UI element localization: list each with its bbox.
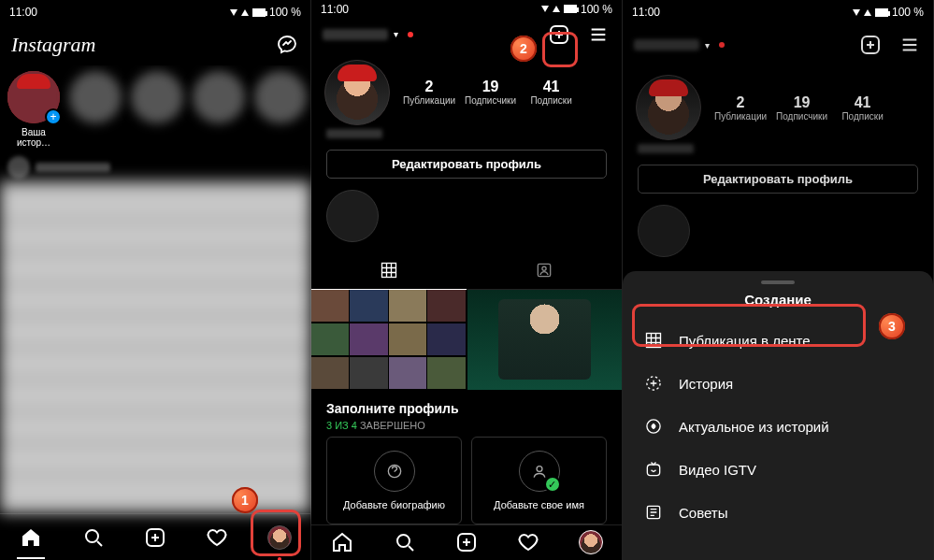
stat-followers[interactable]: 19Подписчики (465, 79, 516, 106)
screenshot-3: 11:00 100 % ▾ 2Публикации 19Подписчики 4… (623, 0, 934, 560)
messenger-icon[interactable] (275, 33, 299, 57)
callout-3-badge: 3 (879, 313, 905, 339)
stat-following[interactable]: 41Подписки (525, 79, 577, 106)
profile-header: ▾ (311, 19, 622, 50)
status-time: 11:00 (321, 3, 349, 16)
create-icon[interactable] (858, 33, 883, 57)
callout-2-badge: 2 (510, 36, 537, 62)
nav-profile-avatar[interactable] (577, 528, 605, 556)
guide-icon (643, 502, 664, 523)
svg-point-8 (397, 535, 410, 547)
username-dropdown[interactable]: ▾ (323, 29, 413, 40)
add-highlight[interactable] (326, 190, 379, 242)
profile-tabs (311, 251, 622, 290)
screenshot-1: 11:00 100 % Instagram + Ваша истор… (0, 0, 311, 560)
profile-picture[interactable] (636, 75, 701, 140)
edit-profile-button[interactable]: Редактировать профиль (326, 150, 607, 179)
sheet-item-igtv[interactable]: Видео IGTV (623, 448, 933, 491)
your-story-label: Ваша истор… (7, 127, 60, 148)
screenshot-2: 11:00 100 % ▾ 2Публикации 19Подписчики 4… (311, 0, 623, 560)
stat-posts[interactable]: 2Публикации (403, 79, 455, 106)
tab-tagged[interactable] (467, 251, 622, 290)
status-bar: 11:00 100 % (623, 0, 933, 24)
bio-icon (374, 451, 415, 492)
svg-point-5 (542, 266, 546, 270)
menu-icon[interactable] (898, 33, 922, 57)
create-icon[interactable] (547, 22, 571, 47)
nav-activity-icon[interactable] (203, 524, 231, 552)
profile-stats-row: 2Публикации 19Подписчики 41Подписки (311, 50, 622, 129)
card-add-bio[interactable]: Добавьте биографию (326, 437, 462, 524)
check-icon: ✓ (544, 476, 561, 493)
profile-name (311, 129, 622, 138)
story-icon (643, 373, 664, 394)
status-bar: 11:00 100 % (311, 0, 622, 19)
callout-1-badge: 1 (232, 487, 258, 513)
your-story[interactable]: + Ваша истор… (7, 71, 60, 148)
status-time: 11:00 (9, 6, 37, 19)
status-time: 11:00 (632, 6, 660, 19)
card-add-name[interactable]: ✓ Добавьте свое имя (471, 437, 607, 524)
add-story-plus-icon[interactable]: + (45, 108, 62, 125)
svg-rect-17 (647, 465, 659, 476)
menu-icon[interactable] (586, 22, 611, 47)
chevron-down-icon: ▾ (394, 29, 398, 39)
profile-header: ▾ (623, 24, 933, 65)
nav-create-icon[interactable] (141, 524, 169, 552)
bottom-nav (311, 524, 622, 560)
status-right: 100 % (230, 6, 301, 19)
nav-search-icon[interactable] (79, 524, 108, 552)
complete-profile-section: Заполните профиль 3 ИЗ 4 ЗАВЕРШЕНО (311, 390, 622, 437)
tab-grid[interactable] (311, 251, 467, 290)
status-bar: 11:00 100 % (0, 0, 310, 24)
posts-grid[interactable] (311, 290, 622, 390)
nav-activity-icon[interactable] (514, 528, 542, 556)
profile-picture[interactable] (324, 60, 390, 125)
username-dropdown[interactable]: ▾ (634, 39, 725, 50)
svg-rect-3 (382, 263, 396, 277)
sheet-item-story[interactable]: История (623, 362, 933, 405)
nav-home-icon[interactable] (328, 528, 356, 556)
edit-profile-button[interactable]: Редактировать профиль (638, 165, 918, 194)
complete-profile-title: Заполните профиль (326, 401, 607, 416)
feed-blurred (0, 153, 310, 513)
svg-point-0 (86, 530, 98, 542)
svg-rect-14 (647, 334, 661, 348)
instagram-logo: Instagram (11, 33, 95, 57)
status-battery: 100 % (269, 6, 301, 19)
nav-search-icon[interactable] (391, 528, 419, 556)
igtv-icon (643, 459, 664, 480)
nav-create-icon[interactable] (453, 528, 481, 556)
home-header: Instagram (0, 24, 310, 65)
nav-home-icon[interactable] (17, 524, 45, 552)
svg-point-7 (537, 466, 542, 471)
stat-followers[interactable]: 19Подписчики (776, 94, 827, 122)
nav-profile-avatar[interactable] (266, 524, 294, 552)
bottom-nav (0, 513, 310, 560)
name-icon: ✓ (519, 451, 560, 492)
sheet-item-highlight[interactable]: Актуальное из историй (623, 405, 933, 448)
sheet-title: Создание (623, 292, 933, 308)
sheet-item-guide[interactable]: Советы (623, 491, 933, 534)
highlights-row[interactable] (311, 186, 622, 251)
grid-icon (643, 330, 664, 351)
stat-following[interactable]: 41Подписки (837, 94, 888, 122)
stories-row[interactable]: + Ваша истор… (0, 65, 310, 153)
highlight-icon (643, 416, 664, 437)
stat-posts[interactable]: 2Публикации (714, 94, 767, 122)
